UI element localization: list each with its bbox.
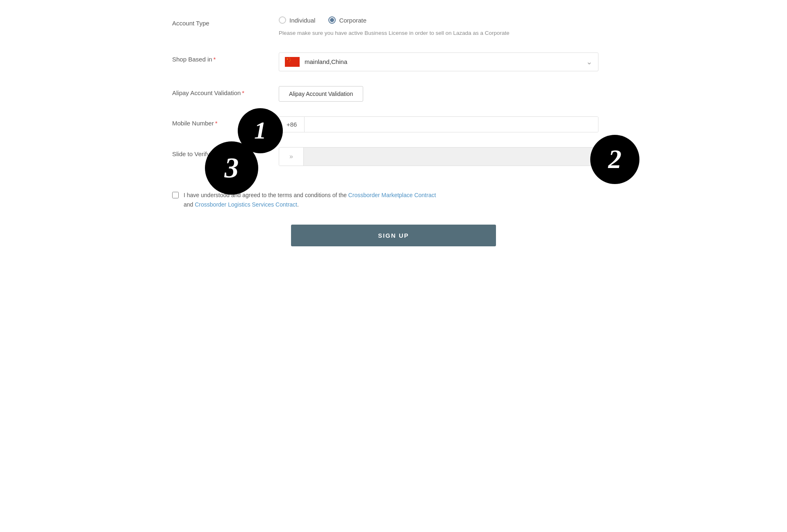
alipay-row: Alipay Account Validation* Alipay Accoun…: [172, 86, 615, 102]
slide-verify-row: Slide to Verify* » 2 3: [172, 147, 615, 166]
mobile-input-group: +86: [279, 116, 598, 132]
terms-checkbox[interactable]: [172, 192, 179, 198]
signup-row: SIGN UP: [172, 225, 615, 246]
shop-based-dropdown[interactable]: mainland,China ⌄: [279, 52, 598, 71]
individual-radio-option[interactable]: Individual: [279, 16, 315, 24]
shop-based-content: mainland,China ⌄: [279, 52, 615, 71]
corporate-note: Please make sure you have active Busines…: [279, 29, 525, 38]
china-flag-icon: [285, 57, 300, 67]
account-type-content: Individual Corporate Please make sure yo…: [279, 16, 615, 38]
individual-label: Individual: [289, 17, 315, 24]
alipay-content: Alipay Account Validation: [279, 86, 615, 102]
page-container: Account Type Individual Corporate Please…: [148, 0, 639, 263]
crossborder-marketplace-link[interactable]: Crossborder Marketplace Contract: [348, 192, 436, 198]
terms-mid: and: [184, 201, 193, 208]
slide-track: [304, 148, 598, 166]
slide-handle[interactable]: »: [279, 147, 304, 166]
alipay-required: *: [242, 89, 244, 96]
crossborder-logistics-link[interactable]: Crossborder Logistics Services Contract: [195, 201, 297, 208]
slide-verify-label: Slide to Verify*: [172, 147, 279, 157]
account-type-label: Account Type: [172, 16, 279, 27]
shop-based-value: mainland,China: [305, 58, 347, 65]
mobile-label: Mobile Number*: [172, 116, 279, 127]
corporate-radio-circle: [328, 16, 336, 24]
terms-end: .: [297, 201, 299, 208]
terms-before: I have understood and agreed to the term…: [184, 192, 347, 198]
shop-based-required: *: [214, 56, 216, 63]
corporate-label: Corporate: [339, 17, 366, 24]
individual-radio-circle: [279, 16, 286, 24]
slide-verify-content: »: [279, 147, 615, 166]
slide-arrows: »: [289, 153, 293, 160]
mobile-content: +86: [279, 116, 615, 132]
slide-verify-control[interactable]: »: [279, 147, 598, 166]
account-type-radio-group: Individual Corporate: [279, 16, 615, 24]
annotation-circle-1: 1: [238, 108, 283, 153]
chevron-down-icon: ⌄: [586, 57, 592, 66]
svg-rect-0: [285, 57, 300, 67]
dropdown-left: mainland,China: [285, 57, 347, 67]
shop-based-label: Shop Based in*: [172, 52, 279, 63]
mobile-required: *: [215, 120, 218, 127]
mobile-prefix: +86: [279, 117, 305, 132]
corporate-radio-option[interactable]: Corporate: [328, 16, 366, 24]
terms-text: I have understood and agreed to the term…: [184, 191, 436, 210]
mobile-input[interactable]: [305, 117, 598, 132]
shop-based-row: Shop Based in* mainland,Ch: [172, 52, 615, 71]
account-type-row: Account Type Individual Corporate Please…: [172, 16, 615, 38]
mobile-row: Mobile Number* +86 1: [172, 116, 615, 132]
alipay-label: Alipay Account Validation*: [172, 86, 279, 96]
slide-verify-required: *: [211, 150, 214, 157]
alipay-button[interactable]: Alipay Account Validation: [279, 86, 363, 102]
signup-button[interactable]: SIGN UP: [291, 225, 496, 246]
terms-row: I have understood and agreed to the term…: [172, 191, 615, 210]
